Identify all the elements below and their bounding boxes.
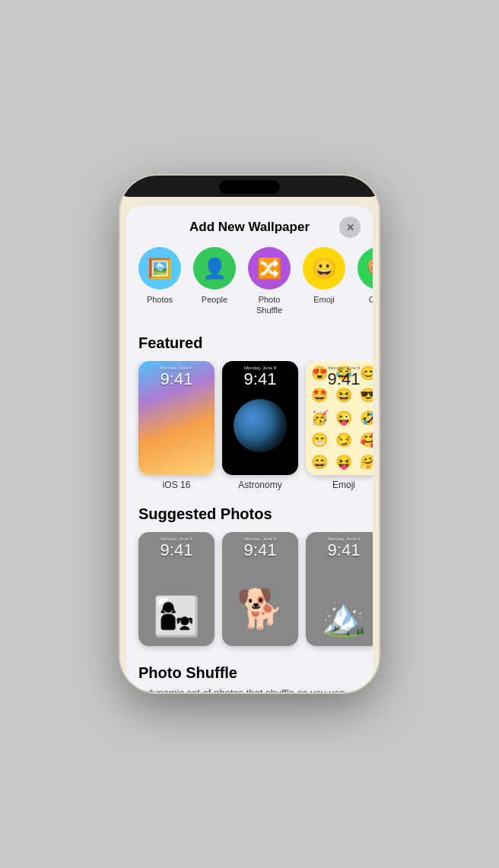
astro-preview: Monday, June 8 9:41: [222, 361, 298, 475]
featured-card-ios16[interactable]: Monday, June 8 9:41 iOS 16: [138, 361, 215, 490]
dog-time: 9:41: [227, 541, 294, 559]
people-preview: Monday, June 8 9:41: [138, 532, 215, 646]
category-photos[interactable]: 🖼️ Photos: [138, 247, 181, 316]
emoji-preview: 😍😂😊🤩😆😎🥳😜🤣😁😏🥰😄😝🤗 Monday, June 8 9:41: [306, 361, 373, 475]
photo-shuffle-title: Photo Shuffle: [138, 664, 361, 682]
astro-date: Monday, June 8: [227, 366, 294, 370]
dog-time-overlay: Monday, June 8 9:41: [222, 532, 298, 562]
emoji-label: Emoji: [313, 294, 335, 305]
shuffle-icon: 🔀: [248, 247, 291, 290]
wallpaper-sheet[interactable]: Add New Wallpaper ✕ 🖼️ Photos 👤 People 🔀…: [126, 206, 373, 692]
featured-card-emoji[interactable]: 😍😂😊🤩😆😎🥳😜🤣😁😏🥰😄😝🤗 Monday, June 8 9:41 Emoj…: [306, 361, 373, 490]
astro-time-overlay: Monday, June 8 9:41: [222, 361, 298, 391]
category-color[interactable]: 🎨 Color: [358, 247, 373, 316]
people-label: People: [202, 294, 227, 305]
emoji-date: Monday, June 8: [310, 366, 373, 370]
featured-title: Featured: [126, 328, 373, 361]
earth-sphere: [234, 399, 287, 452]
dog-preview: Monday, June 8 9:41: [222, 532, 298, 646]
emoji-time: 9:41: [310, 370, 373, 388]
categories-row: 🖼️ Photos 👤 People 🔀 Photo Shuffle 😀 Emo…: [126, 244, 373, 328]
color-icon: 🎨: [358, 247, 373, 290]
sheet-header: Add New Wallpaper ✕: [126, 206, 373, 244]
shuffle-label: Photo Shuffle: [256, 294, 282, 316]
sheet-title: Add New Wallpaper: [189, 220, 310, 235]
emoji-time-overlay: Monday, June 8 9:41: [306, 361, 373, 391]
phone-device: Add New Wallpaper ✕ 🖼️ Photos 👤 People 🔀…: [120, 176, 379, 692]
mountain-time-overlay: Monday, June 8 9:41: [306, 532, 373, 562]
suggested-card-dog[interactable]: Monday, June 8 9:41: [222, 532, 298, 646]
photo-shuffle-description: A dynamic set of photos that shuffle as …: [138, 686, 361, 692]
emoji-icon: 😀: [303, 247, 345, 290]
mountain-date: Monday, June 8: [310, 537, 373, 541]
category-people[interactable]: 👤 People: [193, 247, 236, 316]
color-label: Color: [369, 294, 373, 305]
people-time-overlay: Monday, June 8 9:41: [138, 532, 215, 562]
ios16-date: Monday, June 8: [143, 366, 210, 370]
photo-shuffle-section: Photo Shuffle A dynamic set of photos th…: [126, 655, 373, 692]
suggested-title: Suggested Photos: [126, 499, 373, 532]
photos-icon: 🖼️: [138, 247, 181, 290]
suggested-card-mountain[interactable]: Monday, June 8 9:41: [306, 532, 373, 646]
suggested-card-people[interactable]: Monday, June 8 9:41: [138, 532, 215, 646]
dynamic-island: [219, 180, 280, 194]
featured-card-astronomy[interactable]: Monday, June 8 9:41 Astronomy: [222, 361, 298, 490]
ios16-label: iOS 16: [163, 480, 191, 490]
featured-cards-row: Monday, June 8 9:41 iOS 16 Monday, June …: [126, 361, 373, 499]
people-date: Monday, June 8: [143, 537, 210, 541]
ios16-preview: Monday, June 8 9:41: [138, 361, 215, 475]
category-emoji[interactable]: 😀 Emoji: [303, 247, 345, 316]
category-shuffle[interactable]: 🔀 Photo Shuffle: [248, 247, 291, 316]
emoji-label: Emoji: [332, 480, 355, 490]
phone-screen: Add New Wallpaper ✕ 🖼️ Photos 👤 People 🔀…: [120, 197, 379, 692]
suggested-cards-row: Monday, June 8 9:41 Monday, June 8 9:41: [126, 532, 373, 655]
people-icon: 👤: [193, 247, 236, 290]
close-button[interactable]: ✕: [339, 217, 361, 238]
astro-label: Astronomy: [238, 480, 281, 490]
notch-area: [120, 176, 379, 197]
people-time: 9:41: [143, 541, 210, 559]
dog-date: Monday, June 8: [227, 537, 294, 541]
mountain-preview: Monday, June 8 9:41: [306, 532, 373, 646]
photos-label: Photos: [147, 294, 173, 305]
ios16-time-overlay: Monday, June 8 9:41: [138, 361, 215, 391]
astro-time: 9:41: [227, 370, 294, 388]
ios16-time: 9:41: [143, 370, 210, 388]
mountain-time: 9:41: [310, 541, 373, 559]
